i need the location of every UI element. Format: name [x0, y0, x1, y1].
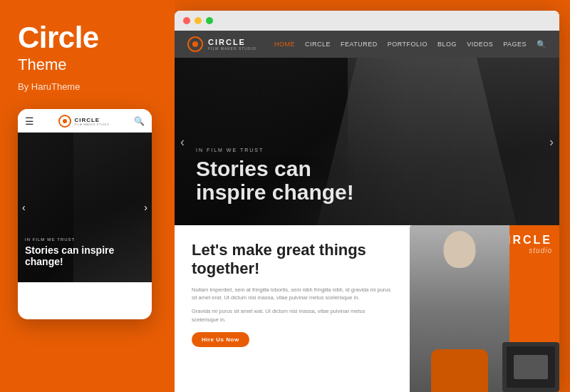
right-panel: CIRCLE FILM MAKER STUDIO HOME CIRCLE FEA…	[175, 0, 570, 392]
mobile-next-arrow[interactable]: ›	[144, 202, 147, 213]
browser-dot-red[interactable]	[183, 17, 190, 24]
hire-button[interactable]: Hire Us Now	[192, 332, 249, 347]
mobile-logo-tagline: FILM MAKER STUDIO	[74, 123, 109, 126]
site-header: CIRCLE FILM MAKER STUDIO HOME CIRCLE FEA…	[175, 31, 559, 58]
person-body	[431, 349, 488, 392]
mobile-logo-icon	[58, 115, 71, 128]
nav-search-icon[interactable]: 🔍	[537, 40, 546, 49]
mobile-menu-icon[interactable]: ☰	[25, 115, 34, 127]
nav-item-pages[interactable]: PAGES	[503, 41, 527, 48]
hero-tagline: IN FILM WE TRUST	[196, 148, 354, 153]
nav-item-featured[interactable]: FEATURED	[341, 41, 378, 48]
site-logo-icon	[187, 36, 203, 52]
nav-item-videos[interactable]: VIDEOS	[467, 41, 493, 48]
content-body-1: Nullam imperdiet, sem at fringilla lobor…	[192, 286, 393, 302]
mobile-prev-arrow[interactable]: ‹	[22, 202, 26, 213]
nav-item-blog[interactable]: BLOG	[437, 41, 457, 48]
author-text: By HaruTheme	[18, 81, 157, 92]
browser-dot-green[interactable]	[206, 17, 213, 24]
browser-window: CIRCLE FILM MAKER STUDIO HOME CIRCLE FEA…	[175, 11, 559, 392]
site-logo-tagline: FILM MAKER STUDIO	[208, 46, 256, 51]
site-logo-name: CIRCLE	[208, 38, 256, 46]
content-person-image	[410, 225, 509, 392]
site-nav: HOME CIRCLE FEATURED PORTFOLIO BLOG VIDE…	[274, 40, 546, 49]
site-logo: CIRCLE FILM MAKER STUDIO	[187, 36, 256, 52]
content-left: Let's make great things together! Nullam…	[175, 225, 410, 392]
mobile-mockup: ☰ CIRCLE FILM MAKER STUDIO 🔍 ‹ › IN FILM…	[18, 109, 152, 319]
mobile-hero: ‹ › IN FILM WE TRUST Stories can inspire…	[18, 133, 152, 282]
hero-content: IN FILM WE TRUST Stories can inspire cha…	[196, 148, 354, 204]
nav-item-portfolio[interactable]: PORTFOLIO	[388, 41, 428, 48]
mobile-logo: CIRCLE FILM MAKER STUDIO	[58, 115, 109, 128]
browser-dot-yellow[interactable]	[195, 17, 202, 24]
person-head	[444, 231, 476, 268]
equipment-inner	[507, 346, 555, 388]
mobile-hero-title: Stories can inspire change!	[25, 244, 145, 269]
equipment-screen	[514, 355, 548, 380]
nav-item-circle[interactable]: CIRCLE	[305, 41, 331, 48]
mobile-search-icon[interactable]: 🔍	[134, 116, 145, 126]
content-heading: Let's make great things together!	[192, 241, 393, 279]
mobile-hero-content: IN FILM WE TRUST Stories can inspire cha…	[25, 237, 145, 269]
nav-item-home[interactable]: HOME	[274, 41, 295, 48]
content-body-2: Gravida mi purus sit amet wat. Ut dictum…	[192, 307, 393, 324]
browser-titlebar	[175, 11, 559, 31]
mobile-topbar: ☰ CIRCLE FILM MAKER STUDIO 🔍	[18, 109, 152, 133]
site-content: Let's make great things together! Nullam…	[175, 225, 559, 392]
site-hero: ‹ › IN FILM WE TRUST Stories can inspire…	[175, 58, 559, 225]
left-panel: Circle Theme By HaruTheme ☰ CIRCLE FILM …	[0, 0, 175, 392]
equipment-box	[502, 342, 559, 392]
hero-prev-arrow[interactable]: ‹	[180, 134, 185, 149]
hero-next-arrow[interactable]: ›	[549, 134, 554, 149]
content-right: CIRCLE studio	[410, 225, 559, 392]
theme-title: Circle Theme By HaruTheme	[18, 21, 157, 109]
subtitle-text: Theme	[18, 56, 157, 74]
mobile-hero-tagline: IN FILM WE TRUST	[25, 237, 145, 242]
hero-title: Stories can inspire change!	[196, 157, 354, 204]
title-text: Circle	[18, 21, 157, 54]
